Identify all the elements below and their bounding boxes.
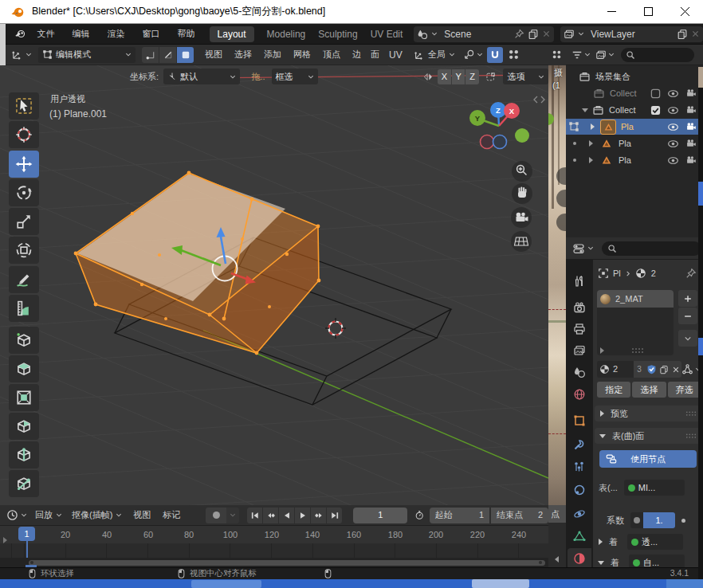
menu-render[interactable]: 渲染: [108, 29, 125, 38]
new-copy-icon[interactable]: [677, 29, 688, 40]
row-expand-icon[interactable]: [598, 561, 604, 565]
breadcrumb-material[interactable]: 2: [651, 269, 656, 278]
id-users-button[interactable]: 3: [634, 361, 645, 378]
vp-menu-add[interactable]: 添加: [264, 50, 281, 59]
keying-menu[interactable]: 抠像(插帧): [72, 511, 122, 519]
play-button[interactable]: [295, 508, 310, 523]
tab-view-layer[interactable]: [568, 340, 591, 361]
checkbox-checked-icon[interactable]: [650, 105, 661, 116]
blender-menu-icon[interactable]: [14, 28, 26, 40]
tool-scale[interactable]: [9, 208, 39, 235]
editor-type-button[interactable]: [6, 509, 27, 521]
proportional-edit-toggle[interactable]: [507, 48, 521, 62]
camera-render-icon[interactable]: [685, 88, 697, 99]
zoom-button[interactable]: [512, 161, 532, 182]
select-button[interactable]: 选择: [632, 382, 666, 398]
tab-object[interactable]: [568, 410, 591, 431]
tab-render[interactable]: [568, 297, 591, 318]
factor-slider[interactable]: 1.: [643, 512, 675, 528]
jump-end-button[interactable]: [327, 508, 342, 523]
id-unlink-button[interactable]: [670, 361, 681, 378]
vp-menu-mesh[interactable]: 网格: [293, 50, 311, 59]
menu-help[interactable]: 帮助: [178, 29, 195, 38]
tool-box-select[interactable]: [9, 92, 39, 120]
playback-menu[interactable]: 回放: [35, 511, 62, 519]
keyframe-dot-icon[interactable]: [681, 519, 685, 523]
vp-menu-vertex[interactable]: 顶点: [323, 50, 340, 59]
tab-particles[interactable]: [568, 457, 591, 477]
viewlayer-icon[interactable]: [564, 29, 575, 40]
tool-knife[interactable]: [9, 470, 39, 497]
editor-type-button[interactable]: [11, 49, 32, 61]
vp-menu-edge[interactable]: 边: [352, 50, 361, 59]
tool-transform[interactable]: [9, 237, 39, 264]
eye-icon[interactable]: [667, 138, 679, 150]
select-mode-edge[interactable]: [159, 47, 176, 63]
workspace-tab-uvedit[interactable]: UV Edit: [371, 29, 403, 39]
tab-tool[interactable]: [568, 271, 591, 292]
drag-dropdown[interactable]: 框选: [272, 69, 318, 84]
keying-set-chevron[interactable]: [226, 508, 239, 523]
camera-render-icon[interactable]: [685, 104, 697, 116]
next-keyframe-button[interactable]: [311, 508, 326, 523]
tool-cursor[interactable]: [9, 121, 39, 148]
tab-output[interactable]: [568, 319, 591, 339]
properties-editor-icon[interactable]: [572, 242, 585, 255]
deselect-button[interactable]: 弃选: [668, 382, 701, 398]
expand-icon[interactable]: [591, 123, 595, 130]
viewlayer-name[interactable]: ViewLayer: [591, 29, 635, 39]
workspace-tab-sculpting[interactable]: Sculpting: [318, 29, 357, 39]
surface-shader-dropdown[interactable]: MI...: [624, 480, 685, 496]
camera-button-fragment[interactable]: [556, 214, 566, 231]
grip-icon[interactable]: [685, 410, 697, 417]
camera-render-icon[interactable]: [685, 121, 697, 132]
unlink-icon[interactable]: [542, 29, 551, 38]
material-slot-row[interactable]: 2_MAT: [597, 290, 674, 308]
checkbox-unchecked-icon[interactable]: [650, 88, 661, 99]
tab-object-data[interactable]: [568, 526, 591, 547]
fake-user-toggle[interactable]: [645, 361, 658, 378]
close-button[interactable]: [666, 0, 703, 24]
tab-scene[interactable]: [568, 362, 591, 382]
expand-icon[interactable]: [589, 157, 593, 163]
snap-base-icon[interactable]: [485, 71, 495, 83]
mode-dropdown[interactable]: 编辑模式: [38, 47, 135, 63]
tool-move[interactable]: [9, 151, 39, 178]
axis-y-toggle[interactable]: Y: [452, 69, 465, 84]
timeline-view-menu[interactable]: 视图: [133, 511, 151, 519]
expand-icon[interactable]: [589, 140, 593, 147]
row-collapse-icon[interactable]: [599, 539, 603, 545]
auto-key-button[interactable]: [206, 508, 226, 523]
new-copy-icon[interactable]: [528, 29, 539, 40]
current-frame-field[interactable]: 1: [353, 508, 407, 523]
menu-window[interactable]: 窗口: [143, 29, 160, 38]
outliner-row-object-active[interactable]: Pla: [566, 119, 703, 135]
minimize-button[interactable]: [593, 0, 630, 24]
tool-bevel[interactable]: [9, 413, 39, 440]
breadcrumb-object[interactable]: Pl: [613, 269, 621, 278]
expand-left-arrow-icon[interactable]: [3, 537, 7, 543]
options-dropdown[interactable]: 选项: [503, 69, 548, 84]
viewport-canvas[interactable]: Z X Y: [0, 65, 548, 505]
tool-extrude-region[interactable]: [9, 355, 39, 382]
timeline-scrollbar[interactable]: [0, 558, 548, 567]
outliner-row-collection[interactable]: Collect: [566, 102, 703, 118]
panel-preview[interactable]: 预览: [595, 406, 701, 421]
eye-icon[interactable]: [667, 88, 679, 100]
prev-keyframe-button[interactable]: [263, 508, 278, 523]
menu-file[interactable]: 文件: [37, 29, 55, 38]
vp-menu-face[interactable]: 面: [371, 50, 379, 59]
timeline-marker-menu[interactable]: 标记: [163, 511, 180, 519]
playhead-badge[interactable]: 1: [18, 527, 35, 541]
use-nodes-button[interactable]: 使用节点: [599, 450, 697, 468]
camera-strip-editor[interactable]: 摄 (1 点: [548, 45, 566, 567]
tab-constraints[interactable]: [568, 480, 591, 500]
slot-specials-button[interactable]: [678, 330, 697, 347]
select-mode-face[interactable]: [177, 47, 194, 63]
timeline-channels[interactable]: [0, 543, 548, 558]
shader1-dropdown[interactable]: 透...: [627, 534, 683, 550]
vp-menu-select[interactable]: 选择: [234, 50, 252, 59]
frame-start-field[interactable]: 起始 1: [430, 508, 489, 523]
jump-start-button[interactable]: [247, 508, 262, 523]
pan-button-fragment[interactable]: [556, 190, 566, 207]
